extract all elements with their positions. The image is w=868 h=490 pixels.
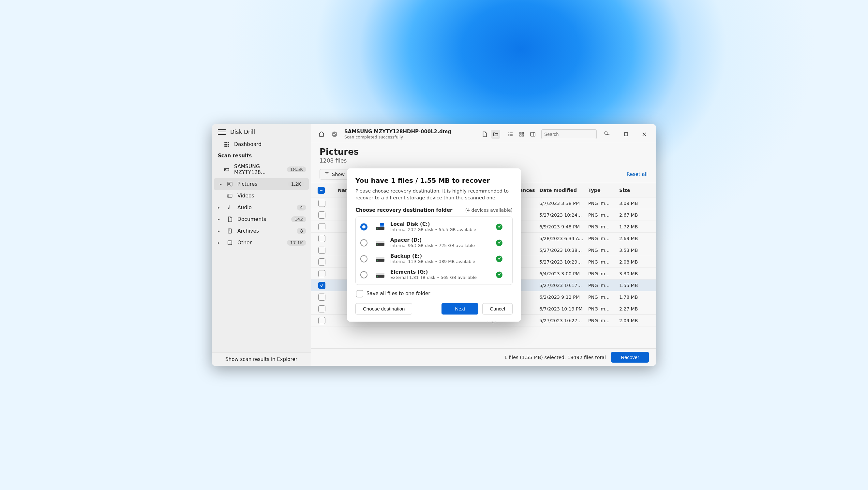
svg-rect-51 [382,225,384,226]
destination-radio[interactable] [360,271,368,278]
app-window: Disk Drill Dashboard Scan results SAMSUN… [212,124,656,366]
destination-list: Local Disk (C:)Internal 232 GB disk • 55… [355,217,513,285]
destination-radio[interactable] [360,223,368,230]
destination-radio[interactable] [360,239,368,246]
next-button[interactable]: Next [441,303,478,315]
destination-sub: Internal 232 GB disk • 55.5 GB available [390,227,496,232]
ok-badge-icon [496,255,502,262]
svg-rect-58 [376,273,384,275]
save-one-label: Save all files to one folder [367,291,430,297]
disk-icon [375,223,386,231]
dialog-description: Please choose recovery destination. It i… [355,188,513,201]
destination-option[interactable]: Elements (G:)External 1.81 TB disk • 565… [356,267,512,283]
choose-destination-button[interactable]: Choose destination [355,303,412,315]
destination-option[interactable]: Local Disk (C:)Internal 232 GB disk • 55… [356,219,512,235]
svg-rect-53 [376,243,384,246]
destination-name: Backup (E:) [390,254,496,259]
cancel-button[interactable]: Cancel [482,303,513,315]
destination-name: Local Disk (C:) [390,222,496,227]
ok-badge-icon [496,224,502,230]
svg-rect-55 [376,257,384,259]
destination-name: Apacer (D:) [390,237,496,243]
svg-rect-56 [376,259,384,262]
save-one-checkbox[interactable] [356,290,363,297]
svg-rect-60 [377,276,378,277]
save-one-folder-option[interactable]: Save all files to one folder [356,290,512,297]
dialog-subheading: Choose recovery destination folder [355,207,453,214]
destination-sub: Internal 953 GB disk • 725 GB available [390,243,496,248]
devices-count: (4 devices available) [465,208,513,213]
destination-option[interactable]: Backup (E:)Internal 119 GB disk • 389 MB… [356,251,512,267]
disk-icon [375,238,386,247]
destination-sub: Internal 119 GB disk • 389 MB available [390,259,496,264]
disk-icon [375,270,386,279]
svg-rect-46 [376,227,384,230]
svg-rect-48 [380,223,382,225]
svg-rect-50 [380,225,382,226]
destination-name: Elements (G:) [390,269,496,275]
destination-radio[interactable] [360,255,368,262]
svg-rect-52 [376,241,384,243]
ok-badge-icon [496,239,502,246]
svg-rect-59 [376,275,384,277]
recovery-destination-dialog: You have 1 files / 1.55 MB to recover Pl… [347,168,521,322]
ok-badge-icon [496,271,502,278]
svg-rect-47 [377,228,378,229]
svg-rect-54 [377,244,378,245]
svg-rect-49 [382,223,384,225]
destination-option[interactable]: Apacer (D:)Internal 953 GB disk • 725 GB… [356,235,512,251]
destination-sub: External 1.81 TB disk • 565 GB available [390,275,496,280]
dialog-title: You have 1 files / 1.55 MB to recover [355,176,513,185]
svg-rect-57 [377,260,378,261]
disk-icon [375,255,386,263]
